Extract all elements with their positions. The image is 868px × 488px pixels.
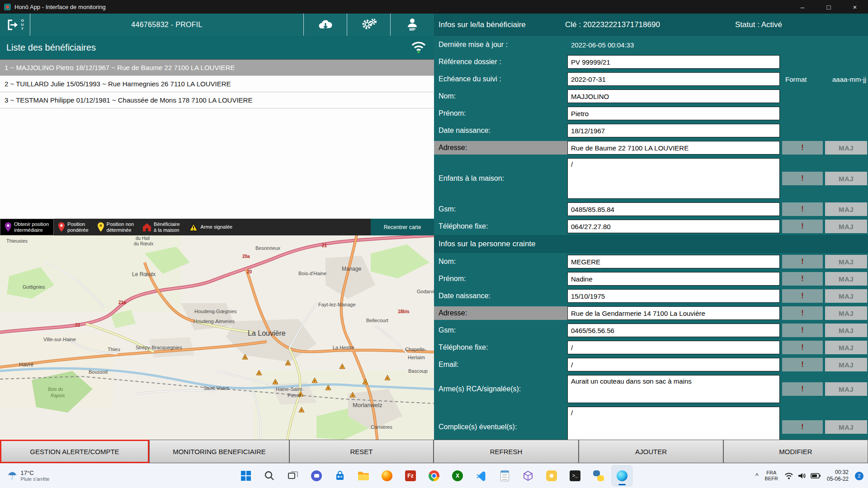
maj-button[interactable]: MAJ xyxy=(825,306,867,320)
firstname-input[interactable] xyxy=(567,107,780,120)
warn-button[interactable]: ! xyxy=(782,172,823,185)
field-label: Complice(s) éventuel(s): xyxy=(439,423,567,431)
language-indicator[interactable]: FRA BEFR xyxy=(765,470,778,482)
game-bar-button[interactable]: X xyxy=(447,465,468,486)
field-row: Prénom: ! MAJ xyxy=(434,270,868,287)
recenter-map-button[interactable]: Recentrer carte xyxy=(371,219,434,235)
due-date-input[interactable] xyxy=(567,72,780,86)
feared-lastname-input[interactable] xyxy=(567,255,780,268)
tray-status-icons[interactable] xyxy=(784,472,821,479)
chat-button[interactable] xyxy=(306,465,327,486)
warn-button[interactable]: ! xyxy=(782,341,823,354)
landline-input[interactable] xyxy=(567,220,780,233)
birthdate-input[interactable] xyxy=(567,124,780,137)
svg-text:Thieusies: Thieusies xyxy=(6,238,28,244)
legend-get-intermediate-position[interactable]: Obtenir positionintermédiaire xyxy=(0,219,54,235)
3d-viewer-button[interactable] xyxy=(518,465,538,486)
notepad-button[interactable] xyxy=(494,465,515,486)
firefox-button[interactable] xyxy=(377,465,397,486)
python-button[interactable] xyxy=(588,465,609,486)
warn-button[interactable]: ! xyxy=(782,306,823,320)
weapons-textarea[interactable]: Aurait un couteau dans son sac à mains xyxy=(567,375,780,403)
warn-button[interactable]: ! xyxy=(782,220,823,233)
list-item[interactable]: 1 ~ MAJJOLINO Pietro 18/12/1967 ~ Rue de… xyxy=(0,60,434,76)
task-view-button[interactable] xyxy=(283,465,303,486)
minimize-button[interactable]: – xyxy=(789,0,816,14)
maj-button[interactable]: MAJ xyxy=(825,202,867,216)
maximize-button[interactable]: □ xyxy=(816,0,842,14)
feared-email-input[interactable] xyxy=(567,358,780,371)
maj-button[interactable]: MAJ xyxy=(825,358,867,371)
search-icon xyxy=(264,470,275,481)
edge-button[interactable] xyxy=(612,465,632,486)
maj-button[interactable]: MAJ xyxy=(825,420,867,434)
field-row: Nom: ! MAJ xyxy=(434,253,868,270)
lastname-input[interactable] xyxy=(567,89,780,103)
store-button[interactable] xyxy=(330,465,350,486)
warn-button[interactable]: ! xyxy=(782,272,823,286)
warn-button[interactable]: ! xyxy=(782,382,823,396)
warn-button[interactable]: ! xyxy=(782,358,823,371)
reference-input[interactable] xyxy=(567,55,780,69)
manage-alert-account-button[interactable]: GESTION ALERTE/COMPTE xyxy=(0,440,149,463)
filezilla-button[interactable]: Fz xyxy=(400,465,421,486)
warn-button[interactable]: ! xyxy=(782,202,823,216)
warn-button[interactable]: ! xyxy=(782,255,823,268)
file-explorer-button[interactable] xyxy=(353,465,374,486)
warn-button[interactable]: ! xyxy=(782,289,823,303)
add-button[interactable]: AJOUTER xyxy=(579,440,723,463)
paint-button[interactable] xyxy=(541,465,562,486)
maj-button[interactable]: MAJ xyxy=(825,220,867,233)
logout-label: OUT xyxy=(20,19,24,31)
feared-gsm-input[interactable] xyxy=(567,324,780,337)
vscode-button[interactable] xyxy=(471,465,491,486)
refresh-button[interactable]: REFRESH xyxy=(434,440,579,463)
warn-button[interactable]: ! xyxy=(782,141,823,155)
maj-button[interactable]: MAJ xyxy=(825,255,867,268)
notification-badge[interactable]: 2 xyxy=(855,472,863,480)
map-canvas[interactable]: Thieusiesdu Halldu RœulxBesonrieuxManage… xyxy=(0,235,434,440)
warn-button[interactable]: ! xyxy=(782,324,823,337)
tray-overflow-chevron[interactable]: ^ xyxy=(755,472,759,479)
mp-user-button[interactable]: MP xyxy=(391,14,434,36)
maj-button[interactable]: MAJ xyxy=(825,172,867,185)
start-button[interactable] xyxy=(236,465,256,486)
svg-text:Houdeng-Gœgnies: Houdeng-Gœgnies xyxy=(194,309,237,314)
close-button[interactable]: × xyxy=(842,0,868,14)
chrome-button[interactable] xyxy=(424,465,444,486)
children-textarea[interactable]: / xyxy=(567,158,780,199)
settings-button[interactable] xyxy=(347,14,391,36)
edge-icon xyxy=(617,470,627,481)
modify-button[interactable]: MODIFIER xyxy=(723,440,868,463)
reset-button[interactable]: RESET xyxy=(289,440,434,463)
feared-birthdate-input[interactable] xyxy=(567,289,780,303)
list-item[interactable]: 2 ~ TUILLARD Julie 15/05/1993 ~ Rue Harm… xyxy=(0,76,434,92)
vscode-icon xyxy=(476,470,486,481)
maj-button[interactable]: MAJ xyxy=(825,141,867,155)
maj-button[interactable]: MAJ xyxy=(825,289,867,303)
feared-address-input[interactable] xyxy=(567,306,780,320)
legend-label: déterminée xyxy=(107,227,134,233)
field-label: Nom: xyxy=(439,92,567,100)
download-button[interactable] xyxy=(304,14,347,36)
maj-button[interactable]: MAJ xyxy=(825,272,867,286)
address-input[interactable] xyxy=(567,141,780,155)
gsm-input[interactable] xyxy=(567,202,780,216)
accomplices-textarea[interactable]: / xyxy=(567,407,780,440)
status-label: Statut : Activé xyxy=(735,14,782,36)
maj-button[interactable]: MAJ xyxy=(825,382,867,396)
field-row: Email: ! MAJ xyxy=(434,356,868,373)
legend-label: Obtenir position xyxy=(14,221,49,227)
logout-button[interactable]: OUT xyxy=(0,14,30,36)
maj-button[interactable]: MAJ xyxy=(825,324,867,337)
monitoring-beneficiary-button[interactable]: MONITORING BENEFICIAIRE xyxy=(149,440,289,463)
feared-firstname-input[interactable] xyxy=(567,272,780,286)
warn-button[interactable]: ! xyxy=(782,420,823,434)
search-button[interactable] xyxy=(259,465,280,486)
terminal-button[interactable]: >_ xyxy=(565,465,585,486)
svg-text:Herlaim: Herlaim xyxy=(408,355,425,360)
feared-landline-input[interactable] xyxy=(567,341,780,354)
clock[interactable]: 00:32 05-06-22 xyxy=(827,469,849,483)
maj-button[interactable]: MAJ xyxy=(825,341,867,354)
list-item[interactable]: 3 ~ TESTMAN Philippe 01/12/1981 ~ Chauss… xyxy=(0,92,434,108)
